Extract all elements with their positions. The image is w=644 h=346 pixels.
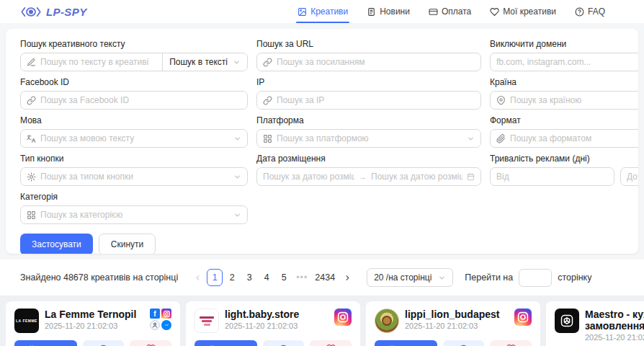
url-input[interactable] bbox=[277, 57, 475, 67]
chevron-down-icon bbox=[233, 135, 241, 143]
duration-from-input[interactable] bbox=[496, 172, 608, 182]
grid-icon bbox=[27, 210, 36, 220]
filter-category: Категорія bbox=[20, 192, 248, 224]
nav-tab-label: FAQ bbox=[588, 6, 605, 17]
page-button-2434[interactable]: 2434 bbox=[312, 269, 338, 286]
credit-card-icon bbox=[429, 7, 438, 17]
page-button-1[interactable]: 1 bbox=[207, 269, 223, 286]
duration-to-input[interactable] bbox=[627, 172, 638, 182]
heart-icon bbox=[490, 7, 499, 17]
card-title: La Femme Ternopil bbox=[45, 309, 144, 320]
filter-facebook-id: Facebook ID bbox=[20, 77, 248, 110]
filter-label: Виключити домени bbox=[490, 39, 638, 49]
prev-page-button[interactable] bbox=[189, 269, 205, 286]
filter-label: Країна bbox=[490, 77, 638, 87]
text-search-mode-select[interactable]: Пошук в тексті bbox=[162, 53, 248, 71]
news-icon bbox=[367, 7, 376, 17]
date-from-input[interactable] bbox=[263, 172, 354, 182]
nav-tab-news[interactable]: Новини bbox=[367, 0, 410, 23]
filter-country: Країна bbox=[490, 77, 638, 110]
messenger-icon[interactable] bbox=[161, 320, 171, 330]
exclude-domains-input[interactable] bbox=[496, 57, 638, 67]
filter-ip: IP bbox=[256, 77, 481, 110]
days-active-button[interactable]: 3 days bbox=[194, 340, 257, 346]
creative-card[interactable]: Maestro - кухні, ме замовлення в Ужго 20… bbox=[546, 301, 644, 346]
views-button[interactable] bbox=[263, 340, 305, 346]
filter-label: Платформа bbox=[256, 115, 481, 125]
creative-card[interactable]: LA FEMME La Femme Ternopil 2025-11-20 21… bbox=[6, 301, 180, 346]
filter-label: Тип кнопки bbox=[20, 154, 248, 164]
creative-card[interactable]: light.baby.store 2025-11-20 21:02:03 3 d… bbox=[186, 301, 360, 346]
button-type-select[interactable] bbox=[40, 172, 229, 182]
avatar bbox=[194, 309, 219, 333]
favorite-button[interactable] bbox=[490, 340, 532, 346]
creative-card[interactable]: lippi_lion_budapest 2025-11-20 21:02:03 … bbox=[366, 301, 540, 346]
page-button-2[interactable]: 2 bbox=[224, 269, 240, 286]
category-select[interactable] bbox=[40, 210, 229, 220]
profile-icon[interactable] bbox=[150, 320, 160, 330]
card-title: lippi_lion_budapest bbox=[405, 309, 509, 320]
favorite-button[interactable] bbox=[130, 340, 171, 346]
days-active-button[interactable]: 0 days bbox=[375, 340, 437, 346]
date-to-input[interactable] bbox=[371, 172, 462, 182]
goto-page-input[interactable] bbox=[519, 269, 552, 287]
creative-text-input[interactable] bbox=[40, 57, 156, 67]
paperclip-icon bbox=[496, 134, 506, 143]
header: LP-SPY Креативи Новини Оплата Мої креати… bbox=[0, 0, 644, 23]
gear-icon bbox=[27, 172, 36, 182]
ip-input[interactable] bbox=[277, 95, 475, 105]
grid-icon bbox=[263, 134, 272, 143]
filter-label: IP bbox=[256, 77, 481, 87]
card-title: Maestro - кухні, ме замовлення в Ужго bbox=[585, 309, 644, 332]
person-glyph-icon bbox=[151, 321, 158, 329]
instagram-glyph-icon bbox=[336, 311, 349, 324]
instagram-icon[interactable] bbox=[161, 309, 171, 319]
filter-label: Дата розміщення bbox=[256, 154, 481, 164]
goto-page: Перейти на сторінку bbox=[465, 269, 591, 287]
country-input[interactable] bbox=[510, 95, 638, 105]
views-button[interactable] bbox=[443, 340, 485, 346]
views-button[interactable] bbox=[83, 340, 125, 346]
nav-tab-label: Мої креативи bbox=[503, 6, 556, 17]
page-button-5[interactable]: 5 bbox=[276, 269, 292, 286]
facebook-id-input[interactable] bbox=[40, 95, 241, 105]
logo[interactable]: LP-SPY bbox=[20, 6, 87, 18]
favorite-button[interactable] bbox=[310, 340, 352, 346]
filter-language: Мова bbox=[20, 115, 248, 148]
results-summary: Знайдено 48678 креативів на сторінці bbox=[20, 272, 178, 283]
nav-tab-label: Оплата bbox=[442, 6, 471, 17]
format-input[interactable] bbox=[510, 133, 638, 143]
page-size-value: 20 /на сторінці bbox=[374, 272, 431, 283]
reset-button[interactable]: Скинути bbox=[99, 234, 156, 254]
page-button-4[interactable]: 4 bbox=[259, 269, 274, 286]
language-select[interactable] bbox=[40, 133, 229, 143]
filter-duration: Тривалість реклами (дні) bbox=[490, 154, 638, 186]
creatives-grid: LA FEMME La Femme Ternopil 2025-11-20 21… bbox=[0, 296, 644, 346]
next-page-button[interactable] bbox=[339, 269, 355, 286]
chevron-down-icon bbox=[233, 211, 241, 219]
page-ellipsis[interactable]: ••• bbox=[293, 269, 310, 286]
calendar-icon bbox=[467, 173, 475, 181]
nav-tab-creatives[interactable]: Креативи bbox=[298, 0, 348, 23]
apply-button[interactable]: Застосувати bbox=[20, 234, 93, 254]
nav-tab-my-creatives[interactable]: Мої креативи bbox=[490, 0, 556, 23]
card-title: light.baby.store bbox=[225, 309, 328, 320]
nav-tab-faq[interactable]: FAQ bbox=[575, 0, 605, 23]
goto-prefix: Перейти на bbox=[465, 272, 513, 283]
page-button-3[interactable]: 3 bbox=[241, 269, 257, 286]
facebook-icon[interactable]: f bbox=[150, 309, 160, 319]
nav-tab-label: Креативи bbox=[310, 6, 348, 17]
question-icon bbox=[575, 7, 584, 17]
days-active-button[interactable]: 3 days bbox=[14, 340, 77, 346]
messenger-glyph-icon bbox=[164, 322, 170, 329]
nav-tab-payment[interactable]: Оплата bbox=[429, 0, 471, 23]
instagram-icon[interactable] bbox=[334, 309, 352, 326]
filter-creative-text: Пошук креативного тексту Пошук в тексті bbox=[20, 39, 248, 71]
translate-icon bbox=[27, 134, 36, 143]
results-bar: Знайдено 48678 креативів на сторінці 1 2… bbox=[0, 260, 644, 296]
platform-select[interactable] bbox=[277, 133, 462, 143]
page-size-select[interactable]: 20 /на сторінці bbox=[367, 268, 453, 287]
pagination: 1 2 3 4 5 ••• 2434 bbox=[189, 269, 355, 286]
filter-exclude-domains: Виключити домени bbox=[490, 39, 638, 71]
instagram-icon[interactable] bbox=[514, 309, 532, 326]
